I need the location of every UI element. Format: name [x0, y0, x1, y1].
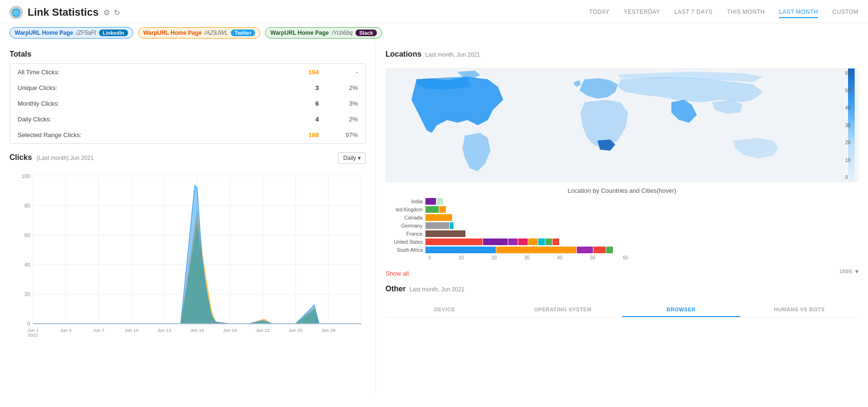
bar-row-france: France: [387, 230, 858, 237]
other-section: Other Last month, Jun 2021 DEVICE OPERAT…: [385, 285, 858, 318]
page-title: Link Statistics: [28, 6, 99, 19]
tab-lastmonth[interactable]: LAST MONTH: [779, 7, 818, 18]
tab-browser[interactable]: BROWSER: [622, 303, 740, 317]
bar-row-canada: Canada: [387, 214, 858, 221]
totals-value-4: 188: [278, 128, 326, 142]
legend-label-50: 50: [845, 88, 850, 93]
bar-track-france: [425, 230, 858, 237]
world-map-svg: [386, 69, 845, 182]
link-name-1: WarpURL Home Page: [143, 30, 202, 36]
svg-text:60: 60: [24, 232, 30, 238]
other-subtitle: Last month, Jun 2021: [410, 286, 464, 293]
count-chevron: 188/6 ▾: [839, 268, 858, 275]
bar-segment: [425, 198, 436, 205]
tab-thismonth[interactable]: THIS MONTH: [727, 7, 765, 18]
clicks-header: Clicks (Last month) Jun 2021 Daily ▾: [10, 152, 366, 164]
svg-text:Jun 13: Jun 13: [157, 328, 171, 333]
locations-title: Locations: [385, 50, 422, 59]
bar-segment: [425, 214, 452, 221]
bar-track-uk: [425, 206, 858, 213]
legend-label-40: 40: [845, 105, 850, 110]
countries-bar-chart: India ted Kingdom Canada: [385, 198, 858, 260]
links-bar: WarpURL Home Page /ZF5aFt LinkedIn WarpU…: [0, 23, 868, 42]
totals-pct-3: 2%: [326, 112, 365, 127]
show-all-link[interactable]: Show all: [385, 270, 409, 277]
bar-segment: [436, 198, 443, 205]
totals-label-0: All Time Clicks:: [11, 65, 277, 79]
bar-label-southafrica: South Africa: [387, 248, 425, 253]
bar-segment: [593, 247, 606, 253]
link-tag-twitter[interactable]: WarpURL Home Page /AZ9JWL Twitter: [138, 27, 260, 39]
svg-text:Jun 22: Jun 22: [256, 328, 270, 333]
bar-track-india: [425, 198, 858, 205]
totals-value-3: 4: [278, 112, 326, 127]
bar-segment: [425, 206, 439, 213]
link-name-0: WarpURL Home Page: [15, 30, 73, 36]
svg-marker-25: [33, 185, 361, 324]
totals-label-3: Daily Clicks:: [11, 112, 277, 127]
tab-today[interactable]: TODAY: [589, 7, 610, 18]
table-row: Unique Clicks: 3 2%: [11, 80, 365, 95]
legend-label-10: 10: [845, 158, 850, 163]
map-legend-labels: 60 50 40 30 20 10 0: [844, 69, 851, 182]
header-icons: ⚙ ↻: [103, 8, 120, 17]
clicks-title: Clicks: [10, 153, 32, 161]
tab-last7days[interactable]: LAST 7 DAYS: [674, 7, 712, 18]
bar-label-france: France: [387, 231, 425, 237]
svg-text:2021: 2021: [28, 332, 38, 338]
totals-pct-0: -: [326, 65, 365, 79]
bar-segment: [450, 222, 454, 229]
tab-os[interactable]: OPERATING SYSTEM: [504, 303, 622, 317]
refresh-button[interactable]: ↻: [114, 8, 120, 17]
chevron-down-icon[interactable]: ▾: [855, 268, 858, 275]
bar-row-usa: United States: [387, 238, 858, 245]
bar-segment: [528, 238, 538, 245]
totals-pct-2: 3%: [326, 96, 365, 111]
x-axis-30: 30: [524, 255, 530, 260]
tab-custom[interactable]: CUSTOM: [832, 7, 858, 18]
totals-value-0: 194: [278, 65, 326, 79]
header: 🌐 Link Statistics ⚙ ↻ TODAY YESTERDAY LA…: [0, 0, 868, 23]
link-tag-slack[interactable]: WarpURL Home Page /Ycb6bq Slack: [265, 27, 382, 39]
daily-label: Daily: [343, 155, 356, 161]
tab-device[interactable]: DEVICE: [385, 303, 504, 317]
bar-segment: [606, 247, 613, 253]
left-panel: Totals All Time Clicks: 194 - Unique Cli…: [0, 42, 376, 392]
link-tag-linkedin[interactable]: WarpURL Home Page /ZF5aFt LinkedIn: [10, 27, 133, 39]
bar-row-germany: Germany: [387, 222, 858, 229]
svg-text:Jun 28: Jun 28: [321, 328, 335, 333]
chevron-down-icon: ▾: [358, 155, 361, 161]
table-row: Daily Clicks: 4 2%: [11, 112, 365, 127]
bar-segment: [425, 247, 496, 253]
bar-segment: [552, 238, 559, 245]
tab-humans-bots[interactable]: HUMANS VS BOTS: [740, 303, 859, 317]
bar-segment: [518, 238, 528, 245]
main-content: Totals All Time Clicks: 194 - Unique Cli…: [0, 42, 868, 392]
bar-segment: [545, 238, 552, 245]
link-path-0: /ZF5aFt: [76, 30, 96, 36]
svg-text:Jun 10: Jun 10: [124, 328, 138, 333]
header-left: 🌐 Link Statistics ⚙ ↻: [10, 6, 120, 19]
other-title: Other: [385, 285, 406, 293]
x-axis-20: 20: [492, 255, 497, 260]
show-all-row: Show all 188/6 ▾: [385, 265, 858, 277]
svg-text:100: 100: [21, 173, 30, 179]
totals-label-2: Monthly Clicks:: [11, 96, 277, 111]
totals-title: Totals: [10, 50, 366, 59]
link-badge-1: Twitter: [231, 30, 255, 36]
link-path-2: /Ycb6bq: [332, 30, 353, 36]
bar-segment: [439, 206, 446, 213]
svg-text:Jun 7: Jun 7: [93, 328, 104, 333]
settings-button[interactable]: ⚙: [103, 8, 110, 17]
totals-pct-4: 97%: [326, 128, 365, 142]
countries-chart-title: Location by Countries and Cities(hover): [385, 187, 858, 194]
clicks-title-group: Clicks (Last month) Jun 2021: [10, 153, 94, 162]
daily-dropdown[interactable]: Daily ▾: [338, 152, 366, 164]
clicks-subtitle: (Last month) Jun 2021: [37, 155, 94, 161]
bar-segment: [577, 247, 593, 253]
bar-x-axis: 0 10 20 30 40 50 60: [428, 255, 628, 260]
bar-row-india: India: [387, 198, 858, 205]
svg-text:20: 20: [24, 291, 30, 297]
tab-yesterday[interactable]: YESTERDAY: [624, 7, 660, 18]
legend-label-30: 30: [845, 123, 850, 128]
